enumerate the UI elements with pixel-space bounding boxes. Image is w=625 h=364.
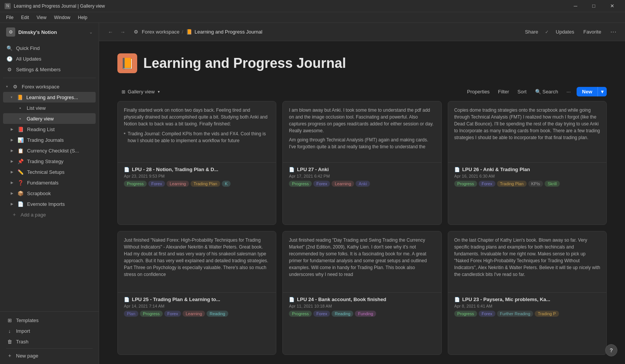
- card-body: Just finished reading "Day Trading and S…: [283, 231, 441, 292]
- gallery-view-button[interactable]: ⊞ Gallery view ▾: [117, 87, 164, 96]
- gallery-card-2[interactable]: I am blown away but Anki. I took some ti…: [282, 101, 441, 225]
- new-button-dropdown[interactable]: ▾: [598, 87, 607, 96]
- sidebar-new-page[interactable]: ＋ New page: [3, 350, 96, 361]
- menu-help[interactable]: Help: [75, 14, 91, 21]
- import-icon: ↓: [6, 327, 13, 334]
- card-tag: Forex: [479, 181, 495, 187]
- card-tag: Learning: [332, 181, 354, 187]
- sidebar-item-trading-journals[interactable]: ▶ 📊 Trading Journals: [3, 135, 96, 145]
- doc-icon: 📄: [454, 167, 460, 172]
- breadcrumb-workspace[interactable]: Forex workspace: [142, 29, 179, 35]
- card-tag: KPIs: [528, 181, 543, 187]
- properties-button[interactable]: Properties: [465, 87, 492, 96]
- menu-file[interactable]: File: [3, 14, 16, 21]
- workspace-breadcrumb-icon: ⚙: [133, 29, 139, 35]
- sidebar: ⚙ Dimsky's Notion ⌄ 🔍 Quick Find 🕐 All U…: [0, 23, 99, 364]
- sidebar-quick-find[interactable]: 🔍 Quick Find: [3, 43, 96, 53]
- more-options-toolbar[interactable]: ···: [564, 87, 573, 96]
- chevron-right-icon-6: ▶: [11, 181, 13, 184]
- gallery-card-1[interactable]: Finally started work on notion two days …: [117, 101, 276, 225]
- sidebar-item-currency-checklist[interactable]: ▶ 📋 Currency Checklist (S...: [3, 145, 96, 156]
- maximize-button[interactable]: □: [585, 0, 602, 12]
- sidebar-quick-actions: 🔍 Quick Find 🕐 All Updates ⚙ Settings & …: [0, 41, 99, 76]
- card-paragraph: Copies dome trading strategies onto the …: [454, 107, 600, 141]
- sidebar-item-fundamentals[interactable]: ▶ ❓ Fundamentals: [3, 177, 96, 188]
- forward-button[interactable]: →: [117, 27, 128, 37]
- card-tag: Forex: [313, 311, 330, 317]
- card-tag: Forex: [164, 311, 181, 317]
- workspace-name: Dimsky's Notion: [18, 29, 57, 35]
- card-title-row: 📄 LPU 25 - Trading Plan & Learning to...: [124, 297, 270, 302]
- card-tag: Trading Plan: [191, 181, 220, 187]
- help-button[interactable]: ?: [605, 344, 617, 356]
- minimize-button[interactable]: ─: [567, 0, 584, 12]
- doc-icon: 📄: [289, 167, 295, 172]
- gallery-grid: Finally started work on notion two days …: [99, 101, 625, 364]
- templates-icon: ⊞: [6, 317, 13, 324]
- sidebar-item-scrapbook[interactable]: ▶ 📦 Scrapbook: [3, 188, 96, 199]
- menu-view[interactable]: View: [34, 14, 50, 21]
- sidebar-item-gallery-view[interactable]: ● Gallery view: [3, 113, 96, 124]
- updates-button[interactable]: Updates: [553, 27, 576, 36]
- chevron-right-icon-3: ▶: [11, 149, 13, 152]
- sidebar-add-page[interactable]: ＋ Add a page: [3, 209, 96, 220]
- sidebar-item-list-view[interactable]: ● List view: [3, 103, 96, 113]
- sidebar-trash[interactable]: 🗑 Trash: [3, 336, 96, 347]
- technical-setups-icon: ✏️: [17, 168, 24, 175]
- chevron-right-icon-8: ▶: [11, 202, 13, 206]
- sidebar-item-trading-strategy[interactable]: ▶ 📌 Trading Strategy: [3, 156, 96, 167]
- gallery-card-4[interactable]: Just finished "Naked Forex: High-Probabi…: [117, 231, 276, 355]
- more-options-button[interactable]: ···: [608, 27, 619, 37]
- card-paragraph: I am blown away but Anki. I took some ti…: [289, 107, 435, 134]
- card-tag: Trading P: [535, 311, 559, 317]
- card-date: Apr 11, 2021 10:18 AM: [289, 304, 435, 308]
- sidebar-all-updates[interactable]: 🕐 All Updates: [3, 53, 96, 64]
- card-footer: 📄 LPU - 28 - Notion, Trading Plan & D...…: [118, 162, 276, 191]
- share-button[interactable]: Share: [523, 27, 541, 36]
- card-tag: Learning: [183, 311, 205, 317]
- sidebar-templates[interactable]: ⊞ Templates: [3, 315, 96, 326]
- card-body: Copies dome trading strategies onto the …: [448, 101, 606, 162]
- card-paragraph: On the last Chapter of Kathy Lien's book…: [454, 237, 600, 278]
- gallery-card-6[interactable]: On the last Chapter of Kathy Lien's book…: [448, 231, 607, 355]
- sidebar-item-learning[interactable]: ▾ 📙 Learning and Progres...: [3, 92, 96, 103]
- back-button[interactable]: ←: [105, 27, 116, 37]
- card-date: Apr 14, 2021 7:14 AM: [124, 304, 270, 308]
- sidebar-nav: ▾ ⚙ Forex workspace ▾ 📙 Learning and Pro…: [0, 80, 99, 221]
- filter-button[interactable]: Filter: [496, 87, 511, 96]
- card-title: LPU 24 - Bank account, Book finished: [297, 297, 386, 302]
- sort-button[interactable]: Sort: [515, 87, 529, 96]
- top-nav-actions: Share ✓ Updates Favorite ···: [523, 27, 619, 37]
- sidebar-item-workspace[interactable]: ▾ ⚙ Forex workspace: [3, 81, 96, 92]
- card-tag: Forex: [313, 181, 330, 187]
- sidebar-import[interactable]: ↓ Import: [3, 326, 96, 336]
- workspace-header[interactable]: ⚙ Dimsky's Notion ⌄: [0, 23, 99, 41]
- sidebar-item-reading-list[interactable]: ▶ 📕 Reading List: [3, 124, 96, 135]
- breadcrumb-page[interactable]: Learning and Progress Journal: [195, 29, 263, 35]
- card-tag: Learning: [167, 181, 189, 187]
- sidebar-item-technical-setups[interactable]: ▶ ✏️ Technical Setups: [3, 167, 96, 177]
- search-button[interactable]: 🔍 Search: [533, 87, 561, 96]
- plus-icon-2: ＋: [6, 352, 13, 359]
- menu-edit[interactable]: Edit: [18, 14, 32, 21]
- page-emoji[interactable]: 📙: [117, 53, 137, 73]
- page-content: 📙 Learning and Progress Journal ⊞ Galler…: [99, 41, 625, 364]
- bullet-icon: ●: [17, 104, 24, 111]
- currency-icon: 📋: [17, 147, 24, 154]
- card-footer: 📄 LPU 25 - Trading Plan & Learning to...…: [118, 292, 276, 321]
- favorite-button[interactable]: Favorite: [581, 27, 604, 36]
- new-button[interactable]: New ▾: [577, 87, 607, 96]
- gallery-card-3[interactable]: Copies dome trading strategies onto the …: [448, 101, 607, 225]
- card-body: On the last Chapter of Kathy Lien's book…: [448, 231, 606, 292]
- gallery-card-5[interactable]: Just finished reading "Day Trading and S…: [282, 231, 441, 355]
- sidebar-settings[interactable]: ⚙ Settings & Members: [3, 64, 96, 75]
- window-controls: ─ □ ✕: [567, 0, 620, 12]
- sidebar-item-evernote[interactable]: ▶ 📄 Evernote Imports: [3, 199, 96, 209]
- checkmark-icon: ✓: [545, 29, 549, 35]
- chevron-down-icon: ▾: [6, 85, 8, 88]
- card-tags: PlanProgressForexLearningReading: [124, 311, 270, 317]
- card-body: I am blown away but Anki. I took some ti…: [283, 101, 441, 162]
- nav-arrows: ← →: [105, 27, 128, 37]
- menu-window[interactable]: Window: [51, 14, 74, 21]
- close-button[interactable]: ✕: [604, 0, 620, 12]
